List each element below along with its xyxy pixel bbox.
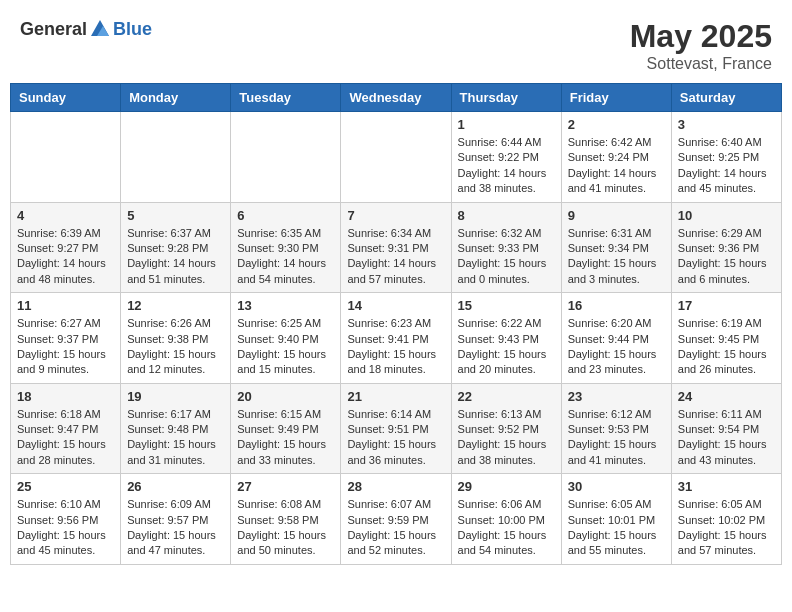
day-info: Sunrise: 6:35 AM Sunset: 9:30 PM Dayligh… bbox=[237, 226, 334, 288]
calendar-cell: 11Sunrise: 6:27 AM Sunset: 9:37 PM Dayli… bbox=[11, 293, 121, 384]
calendar-cell bbox=[11, 112, 121, 203]
weekday-header: Thursday bbox=[451, 84, 561, 112]
logo-icon bbox=[89, 18, 111, 40]
logo-general-text: General bbox=[20, 19, 87, 40]
day-info: Sunrise: 6:09 AM Sunset: 9:57 PM Dayligh… bbox=[127, 497, 224, 559]
day-info: Sunrise: 6:22 AM Sunset: 9:43 PM Dayligh… bbox=[458, 316, 555, 378]
day-number: 2 bbox=[568, 117, 665, 132]
calendar-week-row: 4Sunrise: 6:39 AM Sunset: 9:27 PM Daylig… bbox=[11, 202, 782, 293]
calendar-cell: 27Sunrise: 6:08 AM Sunset: 9:58 PM Dayli… bbox=[231, 474, 341, 565]
day-info: Sunrise: 6:42 AM Sunset: 9:24 PM Dayligh… bbox=[568, 135, 665, 197]
day-number: 12 bbox=[127, 298, 224, 313]
day-number: 8 bbox=[458, 208, 555, 223]
day-number: 29 bbox=[458, 479, 555, 494]
logo: General Blue bbox=[20, 18, 152, 40]
day-number: 1 bbox=[458, 117, 555, 132]
calendar-cell bbox=[341, 112, 451, 203]
day-number: 10 bbox=[678, 208, 775, 223]
calendar-week-row: 1Sunrise: 6:44 AM Sunset: 9:22 PM Daylig… bbox=[11, 112, 782, 203]
day-info: Sunrise: 6:15 AM Sunset: 9:49 PM Dayligh… bbox=[237, 407, 334, 469]
day-info: Sunrise: 6:17 AM Sunset: 9:48 PM Dayligh… bbox=[127, 407, 224, 469]
day-number: 5 bbox=[127, 208, 224, 223]
day-number: 22 bbox=[458, 389, 555, 404]
day-info: Sunrise: 6:05 AM Sunset: 10:01 PM Daylig… bbox=[568, 497, 665, 559]
day-number: 16 bbox=[568, 298, 665, 313]
calendar-cell: 28Sunrise: 6:07 AM Sunset: 9:59 PM Dayli… bbox=[341, 474, 451, 565]
calendar-table: SundayMondayTuesdayWednesdayThursdayFrid… bbox=[10, 83, 782, 565]
calendar-cell: 9Sunrise: 6:31 AM Sunset: 9:34 PM Daylig… bbox=[561, 202, 671, 293]
day-info: Sunrise: 6:07 AM Sunset: 9:59 PM Dayligh… bbox=[347, 497, 444, 559]
weekday-header: Tuesday bbox=[231, 84, 341, 112]
logo-blue-text: Blue bbox=[113, 19, 152, 40]
day-number: 13 bbox=[237, 298, 334, 313]
calendar-week-row: 11Sunrise: 6:27 AM Sunset: 9:37 PM Dayli… bbox=[11, 293, 782, 384]
day-info: Sunrise: 6:06 AM Sunset: 10:00 PM Daylig… bbox=[458, 497, 555, 559]
calendar-cell: 24Sunrise: 6:11 AM Sunset: 9:54 PM Dayli… bbox=[671, 383, 781, 474]
calendar-cell: 1Sunrise: 6:44 AM Sunset: 9:22 PM Daylig… bbox=[451, 112, 561, 203]
day-number: 27 bbox=[237, 479, 334, 494]
calendar-cell: 25Sunrise: 6:10 AM Sunset: 9:56 PM Dayli… bbox=[11, 474, 121, 565]
day-info: Sunrise: 6:34 AM Sunset: 9:31 PM Dayligh… bbox=[347, 226, 444, 288]
weekday-header: Wednesday bbox=[341, 84, 451, 112]
calendar-cell: 5Sunrise: 6:37 AM Sunset: 9:28 PM Daylig… bbox=[121, 202, 231, 293]
day-info: Sunrise: 6:18 AM Sunset: 9:47 PM Dayligh… bbox=[17, 407, 114, 469]
day-number: 28 bbox=[347, 479, 444, 494]
calendar-cell: 13Sunrise: 6:25 AM Sunset: 9:40 PM Dayli… bbox=[231, 293, 341, 384]
day-info: Sunrise: 6:05 AM Sunset: 10:02 PM Daylig… bbox=[678, 497, 775, 559]
location-title: Sottevast, France bbox=[630, 55, 772, 73]
day-number: 20 bbox=[237, 389, 334, 404]
weekday-header: Monday bbox=[121, 84, 231, 112]
page-header: General Blue May 2025 Sottevast, France bbox=[10, 10, 782, 77]
calendar-cell: 22Sunrise: 6:13 AM Sunset: 9:52 PM Dayli… bbox=[451, 383, 561, 474]
day-number: 25 bbox=[17, 479, 114, 494]
calendar-cell: 15Sunrise: 6:22 AM Sunset: 9:43 PM Dayli… bbox=[451, 293, 561, 384]
calendar-cell: 26Sunrise: 6:09 AM Sunset: 9:57 PM Dayli… bbox=[121, 474, 231, 565]
day-info: Sunrise: 6:32 AM Sunset: 9:33 PM Dayligh… bbox=[458, 226, 555, 288]
day-info: Sunrise: 6:27 AM Sunset: 9:37 PM Dayligh… bbox=[17, 316, 114, 378]
day-info: Sunrise: 6:23 AM Sunset: 9:41 PM Dayligh… bbox=[347, 316, 444, 378]
day-number: 14 bbox=[347, 298, 444, 313]
day-number: 26 bbox=[127, 479, 224, 494]
calendar-cell: 23Sunrise: 6:12 AM Sunset: 9:53 PM Dayli… bbox=[561, 383, 671, 474]
day-number: 3 bbox=[678, 117, 775, 132]
calendar-cell: 17Sunrise: 6:19 AM Sunset: 9:45 PM Dayli… bbox=[671, 293, 781, 384]
title-block: May 2025 Sottevast, France bbox=[630, 18, 772, 73]
calendar-cell: 3Sunrise: 6:40 AM Sunset: 9:25 PM Daylig… bbox=[671, 112, 781, 203]
day-number: 17 bbox=[678, 298, 775, 313]
calendar-cell: 7Sunrise: 6:34 AM Sunset: 9:31 PM Daylig… bbox=[341, 202, 451, 293]
day-number: 7 bbox=[347, 208, 444, 223]
day-info: Sunrise: 6:20 AM Sunset: 9:44 PM Dayligh… bbox=[568, 316, 665, 378]
day-number: 31 bbox=[678, 479, 775, 494]
calendar-cell: 21Sunrise: 6:14 AM Sunset: 9:51 PM Dayli… bbox=[341, 383, 451, 474]
calendar-cell: 31Sunrise: 6:05 AM Sunset: 10:02 PM Dayl… bbox=[671, 474, 781, 565]
day-info: Sunrise: 6:08 AM Sunset: 9:58 PM Dayligh… bbox=[237, 497, 334, 559]
calendar-cell: 16Sunrise: 6:20 AM Sunset: 9:44 PM Dayli… bbox=[561, 293, 671, 384]
calendar-cell: 2Sunrise: 6:42 AM Sunset: 9:24 PM Daylig… bbox=[561, 112, 671, 203]
day-info: Sunrise: 6:39 AM Sunset: 9:27 PM Dayligh… bbox=[17, 226, 114, 288]
calendar-cell: 18Sunrise: 6:18 AM Sunset: 9:47 PM Dayli… bbox=[11, 383, 121, 474]
calendar-cell: 12Sunrise: 6:26 AM Sunset: 9:38 PM Dayli… bbox=[121, 293, 231, 384]
calendar-week-row: 18Sunrise: 6:18 AM Sunset: 9:47 PM Dayli… bbox=[11, 383, 782, 474]
day-number: 6 bbox=[237, 208, 334, 223]
day-number: 30 bbox=[568, 479, 665, 494]
day-info: Sunrise: 6:44 AM Sunset: 9:22 PM Dayligh… bbox=[458, 135, 555, 197]
calendar-week-row: 25Sunrise: 6:10 AM Sunset: 9:56 PM Dayli… bbox=[11, 474, 782, 565]
day-info: Sunrise: 6:10 AM Sunset: 9:56 PM Dayligh… bbox=[17, 497, 114, 559]
calendar-cell bbox=[231, 112, 341, 203]
day-info: Sunrise: 6:26 AM Sunset: 9:38 PM Dayligh… bbox=[127, 316, 224, 378]
calendar-cell: 6Sunrise: 6:35 AM Sunset: 9:30 PM Daylig… bbox=[231, 202, 341, 293]
weekday-header: Friday bbox=[561, 84, 671, 112]
day-number: 21 bbox=[347, 389, 444, 404]
day-info: Sunrise: 6:37 AM Sunset: 9:28 PM Dayligh… bbox=[127, 226, 224, 288]
day-number: 23 bbox=[568, 389, 665, 404]
day-info: Sunrise: 6:19 AM Sunset: 9:45 PM Dayligh… bbox=[678, 316, 775, 378]
day-number: 9 bbox=[568, 208, 665, 223]
day-info: Sunrise: 6:13 AM Sunset: 9:52 PM Dayligh… bbox=[458, 407, 555, 469]
day-number: 4 bbox=[17, 208, 114, 223]
day-number: 11 bbox=[17, 298, 114, 313]
day-number: 19 bbox=[127, 389, 224, 404]
day-number: 24 bbox=[678, 389, 775, 404]
weekday-header: Sunday bbox=[11, 84, 121, 112]
calendar-cell: 19Sunrise: 6:17 AM Sunset: 9:48 PM Dayli… bbox=[121, 383, 231, 474]
weekday-header: Saturday bbox=[671, 84, 781, 112]
